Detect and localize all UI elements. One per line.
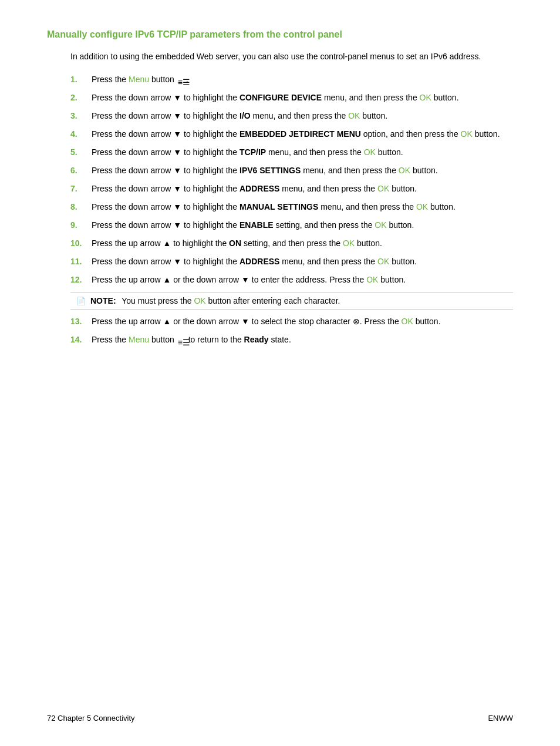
bold-text: ENABLE: [239, 220, 274, 230]
green-text: Menu: [129, 75, 149, 84]
steps-after-note-list: 13. Press the up arrow ▲ or the down arr…: [70, 315, 513, 346]
green-text: OK: [364, 147, 376, 157]
step-content: Press the down arrow ▼ to highlight the …: [92, 164, 513, 177]
list-item: 2. Press the down arrow ▼ to highlight t…: [70, 92, 513, 104]
step-content: Press the down arrow ▼ to highlight the …: [92, 256, 513, 268]
bold-text: ADDRESS: [239, 257, 279, 266]
footer-left: 72 Chapter 5 Connectivity: [47, 714, 135, 723]
list-item: 13. Press the up arrow ▲ or the down arr…: [70, 315, 513, 328]
step-content: Press the down arrow ▼ to highlight the …: [92, 146, 513, 159]
menu-icon: ☰: [178, 76, 186, 83]
green-text: Menu: [129, 335, 149, 344]
bold-text: CONFIGURE DEVICE: [239, 93, 322, 102]
step-content: Press the Menu button ☰.: [92, 73, 513, 86]
note-icon: 📄: [76, 297, 86, 305]
step-number: 7.: [70, 183, 92, 195]
list-item: 14. Press the Menu button ☰ to return to…: [70, 334, 513, 346]
bold-text: MANUAL SETTINGS: [239, 202, 318, 211]
green-text: OK: [399, 166, 410, 175]
step-number: 13.: [70, 315, 92, 328]
note-label: NOTE:: [90, 296, 116, 305]
bold-text: I/O: [239, 111, 251, 120]
green-text: OK: [375, 220, 386, 230]
bold-text: IPV6 SETTINGS: [239, 166, 301, 175]
list-item: 3. Press the down arrow ▼ to highlight t…: [70, 110, 513, 122]
list-item: 11. Press the down arrow ▼ to highlight …: [70, 256, 513, 268]
green-text: OK: [461, 129, 473, 139]
step-content: Press the down arrow ▼ to highlight the …: [92, 183, 513, 195]
footer: 72 Chapter 5 Connectivity ENWW: [47, 714, 513, 723]
green-text: OK: [366, 275, 378, 284]
step-number: 12.: [70, 274, 92, 286]
step-content: Press the down arrow ▼ to highlight the …: [92, 201, 513, 213]
step-content: Press the Menu button ☰ to return to the…: [92, 334, 513, 346]
page-title: Manually configure IPv6 TCP/IP parameter…: [47, 29, 513, 40]
green-text: OK: [377, 184, 389, 193]
step-content: Press the down arrow ▼ to highlight the …: [92, 92, 513, 104]
menu-icon: ☰: [178, 337, 186, 344]
intro-paragraph: In addition to using the embedded Web se…: [70, 51, 513, 63]
list-item: 8. Press the down arrow ▼ to highlight t…: [70, 201, 513, 213]
step-content: Press the down arrow ▼ to highlight the …: [92, 128, 513, 140]
note-text: NOTE: You must press the OK button after…: [90, 296, 340, 305]
step-number: 14.: [70, 334, 92, 346]
step-content: Press the down arrow ▼ to highlight the …: [92, 219, 513, 231]
bold-text: TCP/IP: [239, 147, 266, 157]
step-number: 4.: [70, 128, 92, 140]
bold-text: ON: [229, 238, 241, 248]
steps-list: 1. Press the Menu button ☰. 2. Press the…: [70, 73, 513, 286]
step-number: 5.: [70, 146, 92, 159]
green-text: OK: [377, 257, 389, 266]
list-item: 5. Press the down arrow ▼ to highlight t…: [70, 146, 513, 159]
green-text: OK: [402, 317, 413, 326]
list-item: 6. Press the down arrow ▼ to highlight t…: [70, 164, 513, 177]
list-item: 7. Press the down arrow ▼ to highlight t…: [70, 183, 513, 195]
green-text: OK: [416, 202, 428, 211]
green-text: OK: [343, 238, 355, 248]
bold-text: Ready: [244, 335, 269, 344]
step-number: 6.: [70, 164, 92, 177]
step-content: Press the up arrow ▲ to highlight the ON…: [92, 237, 513, 250]
step-number: 3.: [70, 110, 92, 122]
step-number: 9.: [70, 219, 92, 231]
step-number: 1.: [70, 73, 92, 86]
green-text: OK: [194, 296, 205, 305]
step-number: 8.: [70, 201, 92, 213]
green-text: OK: [348, 111, 360, 120]
note-box: 📄 NOTE: You must press the OK button aft…: [70, 292, 513, 310]
list-item: 12. Press the up arrow ▲ or the down arr…: [70, 274, 513, 286]
step-content: Press the up arrow ▲ or the down arrow ▼…: [92, 274, 513, 286]
page: Manually configure IPv6 TCP/IP parameter…: [0, 0, 560, 746]
green-text: OK: [420, 93, 431, 102]
step-number: 11.: [70, 256, 92, 268]
step-number: 10.: [70, 237, 92, 250]
step-content: Press the down arrow ▼ to highlight the …: [92, 110, 513, 122]
step-content: Press the up arrow ▲ or the down arrow ▼…: [92, 315, 513, 328]
list-item: 10. Press the up arrow ▲ to highlight th…: [70, 237, 513, 250]
step-number: 2.: [70, 92, 92, 104]
list-item: 1. Press the Menu button ☰.: [70, 73, 513, 86]
list-item: 4. Press the down arrow ▼ to highlight t…: [70, 128, 513, 140]
bold-text: ADDRESS: [239, 184, 279, 193]
list-item: 9. Press the down arrow ▼ to highlight t…: [70, 219, 513, 231]
bold-text: EMBEDDED JETDIRECT MENU: [239, 129, 361, 139]
footer-right: ENWW: [488, 714, 513, 723]
